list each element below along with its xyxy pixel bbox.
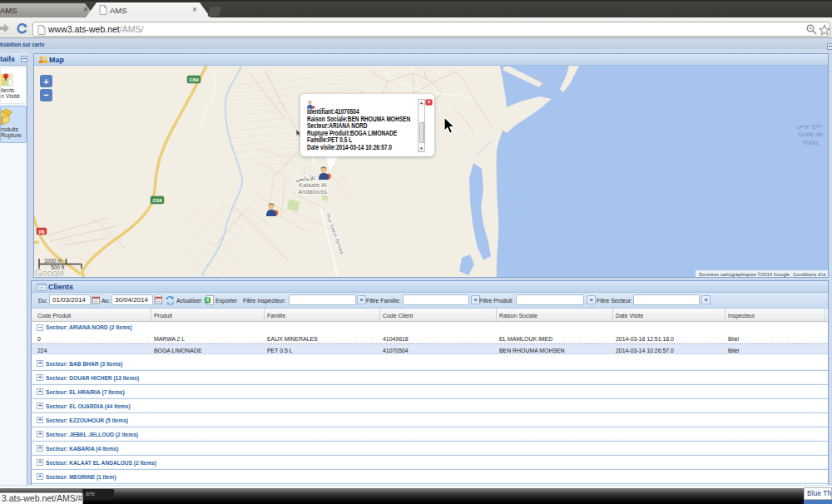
svg-text:C69: C69 xyxy=(152,198,162,203)
svg-text:Données cartographiques ©2014: Données cartographiques ©2014 Google xyxy=(699,272,790,277)
svg-text:Andalouss: Andalouss xyxy=(298,188,327,195)
svg-text:1000 m: 1000 m xyxy=(44,258,62,264)
svg-text:Google: Google xyxy=(35,268,64,277)
svg-text:P8: P8 xyxy=(39,230,45,235)
svg-text:Tunis: Tunis xyxy=(802,139,818,146)
svg-text:خليج تونس: خليج تونس xyxy=(796,122,823,129)
svg-text:Conditions d'ut: Conditions d'ut xyxy=(793,272,826,277)
svg-text:+: + xyxy=(43,77,48,86)
svg-text:X: X xyxy=(206,297,210,303)
svg-text:−: − xyxy=(43,90,48,100)
svg-text:C69: C69 xyxy=(189,77,199,82)
svg-text:Golfe de: Golfe de xyxy=(798,131,824,138)
